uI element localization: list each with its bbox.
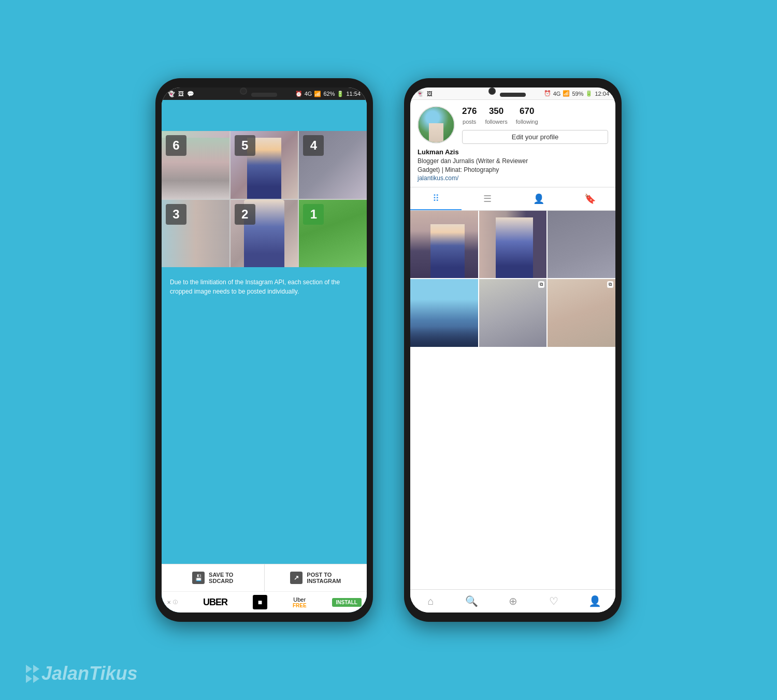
avatar-bg xyxy=(419,107,454,142)
following-count: 670 xyxy=(516,106,538,116)
image-icon: 🖼 xyxy=(178,91,184,97)
tagged-icon: 👤 xyxy=(533,193,544,205)
share-icon: ↗ xyxy=(290,572,303,584)
chevron-row-1 xyxy=(26,665,39,673)
grid-number-5: 5 xyxy=(235,135,255,156)
saved-icon: 🔖 xyxy=(584,193,596,205)
grid-cell-6[interactable]: 6 xyxy=(162,131,229,199)
status-bar-left: 👻 🖼 💬 ⏰ 4G 📶 62% 🔋 11:54 xyxy=(162,88,367,100)
stat-posts: 276 posts xyxy=(462,106,477,126)
stat-following: 670 following xyxy=(516,106,538,126)
edit-profile-button[interactable]: Edit your profile xyxy=(462,130,608,144)
grid-cell-2[interactable]: 2 xyxy=(231,200,298,268)
grid-cell-4[interactable]: 4 xyxy=(299,131,367,199)
grid-cell-5[interactable]: 5 xyxy=(231,131,298,199)
ig-photo-cell-4[interactable] xyxy=(410,279,478,347)
brand-text-part1: Jalan xyxy=(41,663,89,684)
battery-left: 62% xyxy=(323,91,335,97)
alarm-icon: ⏰ xyxy=(295,91,303,97)
grid-cell-3[interactable]: 3 xyxy=(162,200,229,268)
battery-right: 59% xyxy=(572,91,583,97)
ig-photo-cell-6[interactable]: ⧉ xyxy=(548,279,615,347)
right-phone-screen: 👻 🖼 ⏰ 4G 📶 59% 🔋 12:04 xyxy=(410,88,615,612)
stat-followers: 350 followers xyxy=(485,106,507,126)
followers-count: 350 xyxy=(485,106,507,116)
profile-tab-bar: ⠿ ☰ 👤 🔖 xyxy=(410,187,615,211)
uber-text: UBER xyxy=(203,597,227,607)
avatar xyxy=(418,106,455,143)
nav-add[interactable]: ⊕ xyxy=(492,590,533,612)
sea-dark xyxy=(410,327,478,347)
brand-text: JalanTikus xyxy=(41,663,137,684)
grid-number-4: 4 xyxy=(303,135,324,156)
network-right: 4G xyxy=(553,91,561,97)
photo-grid-left: 6 5 4 xyxy=(162,131,367,267)
ad-close-icon[interactable]: ✕ xyxy=(167,600,171,605)
following-label: following xyxy=(516,119,538,125)
grid-view-icon: ⠿ xyxy=(433,193,439,204)
nav-search[interactable]: 🔍 xyxy=(451,590,492,612)
chevron-1b xyxy=(33,665,39,673)
post-to-instagram-button[interactable]: ↗ POST TOINSTAGRAM xyxy=(265,564,367,591)
profile-header: 276 posts 350 followers 670 following xyxy=(410,100,615,148)
brand-logo-area: JalanTikus xyxy=(26,663,137,684)
left-phone-screen: 👻 🖼 💬 ⏰ 4G 📶 62% 🔋 11:54 xyxy=(162,88,367,612)
profile-bio-line1: Blogger dan Jurnalis (Writer & Reviewer xyxy=(418,157,608,166)
whatsapp-icon: 💬 xyxy=(187,91,194,97)
save-button-label: SAVE TOSDCARD xyxy=(209,572,233,584)
status-icons-left: 👻 🖼 💬 xyxy=(168,91,194,97)
tab-saved[interactable]: 🔖 xyxy=(564,187,615,210)
avatar-person xyxy=(429,123,443,142)
profile-icon: 👤 xyxy=(588,595,601,607)
tab-grid-view[interactable]: ⠿ xyxy=(410,187,462,210)
save-icon-symbol: 💾 xyxy=(195,574,203,581)
chevron-2a xyxy=(26,675,32,683)
ig-photo-6-bg: ⧉ xyxy=(548,279,615,347)
add-icon: ⊕ xyxy=(509,595,517,607)
ig-photo-cell-3[interactable] xyxy=(548,211,615,279)
save-icon: 💾 xyxy=(192,572,205,584)
sky-area xyxy=(162,100,367,131)
uber-icon: ■ xyxy=(253,595,267,609)
nav-home[interactable]: ⌂ xyxy=(410,590,451,612)
uber-icon-square: ■ xyxy=(258,598,262,606)
app-screen-left: 6 5 4 xyxy=(162,100,367,612)
save-to-sdcard-button[interactable]: 💾 SAVE TOSDCARD xyxy=(162,564,265,591)
search-icon: 🔍 xyxy=(465,595,478,607)
ig-photo-1-bg xyxy=(410,211,478,279)
chevron-2b xyxy=(33,675,39,683)
time-left: 11:54 xyxy=(346,91,361,97)
battery-icon: 🔋 xyxy=(337,91,344,97)
ig-photo-cell-2[interactable] xyxy=(479,211,547,279)
nav-likes[interactable]: ♡ xyxy=(534,590,574,612)
instagram-nav-bar: ⌂ 🔍 ⊕ ♡ 👤 xyxy=(410,589,615,612)
grid-number-3: 3 xyxy=(166,204,186,225)
ig-photo-cell-5[interactable]: ⧉ xyxy=(479,279,547,347)
grid-cell-1[interactable]: 1 xyxy=(299,200,367,268)
instagram-photo-grid: ⧉ ⧉ xyxy=(410,211,615,347)
ad-bar: ✕ ⓘ UBER ■ Uber FREE INSTALL xyxy=(162,591,367,612)
ad-close-area: ✕ ⓘ xyxy=(167,599,178,606)
home-icon: ⌂ xyxy=(428,595,434,607)
bottom-buttons: 💾 SAVE TOSDCARD ↗ POST TOINSTAGRAM xyxy=(162,564,367,591)
instagram-screen: 276 posts 350 followers 670 following xyxy=(410,100,615,612)
list-view-icon: ☰ xyxy=(483,193,492,205)
grid-number-6: 6 xyxy=(166,135,186,156)
free-tag: FREE xyxy=(293,603,307,608)
install-button[interactable]: INSTALL xyxy=(332,598,362,607)
grid-number-1: 1 xyxy=(303,204,324,225)
ig-photo-5-bg: ⧉ xyxy=(479,279,547,347)
alarm-icon-right: ⏰ xyxy=(544,90,551,97)
profile-bio-line2: Gadget) | Minat: Photography xyxy=(418,166,608,174)
profile-bio-link[interactable]: jalantikus.com/ xyxy=(418,174,608,182)
posts-label: posts xyxy=(463,119,476,125)
nav-profile[interactable]: 👤 xyxy=(574,590,615,612)
signal-icon: 📶 xyxy=(314,91,321,97)
tab-tagged[interactable]: 👤 xyxy=(513,187,564,210)
phone-camera-right xyxy=(488,88,496,95)
network-left: 4G xyxy=(305,91,312,97)
status-bar-right: 👻 🖼 ⏰ 4G 📶 59% 🔋 12:04 xyxy=(410,88,615,100)
tab-list-view[interactable]: ☰ xyxy=(462,187,513,210)
ig-photo-cell-1[interactable] xyxy=(410,211,478,279)
signal-icon-right: 📶 xyxy=(563,90,570,97)
